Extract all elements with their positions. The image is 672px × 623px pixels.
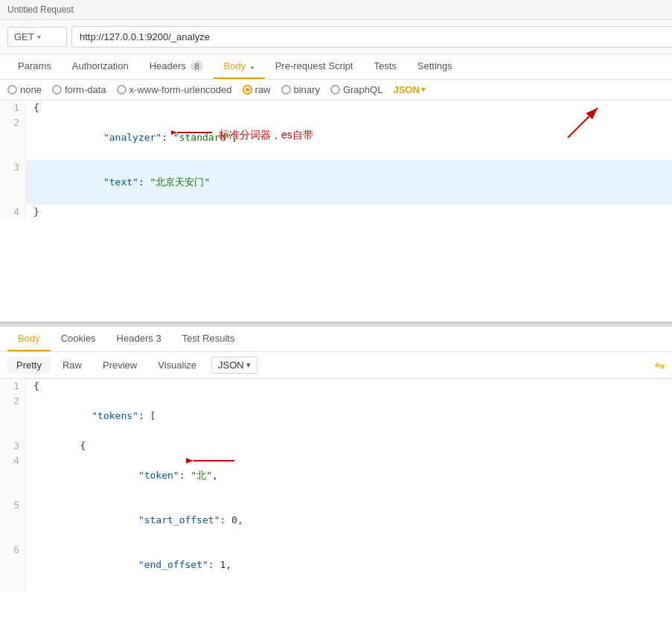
body-options: none form-data x-www-form-urlencoded raw… (0, 80, 672, 100)
resp-line-5: 5 "start_offset": 0, (0, 498, 672, 543)
wrap-button[interactable]: ⇋ (655, 358, 665, 372)
chevron-down-icon: ▾ (421, 85, 426, 95)
none-radio[interactable] (7, 85, 17, 95)
resp-line-2: 2 "tokens": [ (0, 394, 672, 438)
response-tabs-bar: Body Cookies Headers 3 Test Results (0, 327, 672, 352)
option-none[interactable]: none (7, 84, 42, 95)
response-headers-badge: 3 (156, 333, 161, 344)
tab-params[interactable]: Params (7, 54, 62, 79)
response-tab-test-results[interactable]: Test Results (172, 327, 246, 351)
title-bar: Untitled Request (0, 0, 672, 20)
subtab-pretty[interactable]: Pretty (7, 357, 51, 374)
tab-settings[interactable]: Settings (407, 54, 463, 79)
code-line-2: 2 "analyzer": "standard", (0, 115, 672, 160)
window-title: Untitled Request (7, 4, 74, 15)
subtab-preview[interactable]: Preview (94, 357, 146, 374)
code-line-4: 4 } (0, 205, 672, 220)
subtab-raw[interactable]: Raw (54, 357, 91, 374)
code-line-3: 3 "text": "北京天安门" (0, 160, 672, 205)
response-tab-body[interactable]: Body (7, 327, 51, 351)
resp-line-1: 1 { (0, 379, 672, 394)
tab-authorization[interactable]: Authorization (62, 54, 139, 79)
x-www-radio[interactable] (117, 85, 127, 95)
form-data-radio[interactable] (52, 85, 62, 95)
resp-line-3: 3 { (0, 438, 672, 453)
wrap-icon: ⇋ (655, 359, 665, 371)
response-tab-cookies[interactable]: Cookies (51, 327, 106, 351)
option-x-www[interactable]: x-www-form-urlencoded (117, 84, 232, 95)
request-bar: GET ▾ Send (0, 20, 672, 54)
option-binary[interactable]: binary (281, 84, 320, 95)
method-select[interactable]: GET ▾ (7, 27, 67, 47)
chevron-down-icon: ▾ (246, 360, 251, 370)
code-editor-request[interactable]: 1 { 2 "analyzer": "standard", 3 "text": … (0, 100, 672, 324)
response-subtabs: Pretty Raw Preview Visualize JSON ▾ ⇋ (0, 352, 672, 379)
json-type-select[interactable]: JSON ▾ (393, 84, 425, 95)
option-raw[interactable]: raw (243, 84, 271, 95)
resp-line-7: 7 "type": "<IDEOGRAPHIC>", (0, 587, 672, 591)
request-body-editor: 1 { 2 "analyzer": "standard", 3 "text": … (0, 100, 672, 324)
request-tabs-bar: Params Authorization Headers 8 Body ● Pr… (0, 54, 672, 80)
binary-radio[interactable] (281, 85, 291, 95)
graphql-radio[interactable] (330, 85, 340, 95)
url-input[interactable] (71, 26, 672, 48)
method-label: GET (14, 31, 34, 42)
raw-radio[interactable] (243, 85, 252, 95)
subtab-visualize[interactable]: Visualize (149, 357, 205, 374)
code-line-1: 1 { (0, 100, 672, 115)
response-code-editor[interactable]: 1 { 2 "tokens": [ 3 { 4 "token": "北", (0, 379, 672, 591)
response-json-select[interactable]: JSON ▾ (211, 357, 257, 374)
option-form-data[interactable]: form-data (52, 84, 106, 95)
response-tab-headers[interactable]: Headers 3 (106, 327, 172, 351)
resp-line-4: 4 "token": "北", (0, 453, 672, 498)
option-graphql[interactable]: GraphQL (330, 84, 383, 95)
resp-line-6: 6 "end_offset": 1, (0, 543, 672, 587)
headers-badge: 8 (191, 61, 202, 71)
chevron-down-icon: ▾ (37, 33, 41, 41)
tab-body[interactable]: Body ● (214, 54, 265, 79)
tab-tests[interactable]: Tests (363, 54, 406, 79)
tab-pre-request[interactable]: Pre-request Script (265, 54, 364, 79)
tab-headers[interactable]: Headers 8 (139, 54, 214, 79)
